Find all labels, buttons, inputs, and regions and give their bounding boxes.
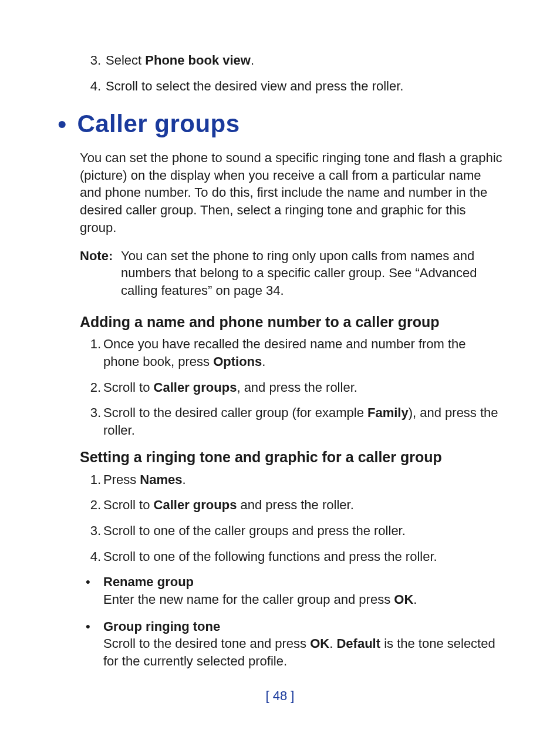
- note-body: You can set the phone to ring only upon …: [121, 247, 504, 300]
- bold-text: Family: [367, 405, 409, 420]
- document-page: 3. Select Phone book view. 4. Scroll to …: [0, 0, 560, 733]
- list-number: 1.: [80, 471, 101, 489]
- bold-text: Default: [336, 636, 380, 651]
- list-item: 3. Select Phone book view.: [103, 52, 504, 69]
- list-item: 4. Scroll to one of the following functi…: [103, 548, 504, 566]
- list-number: 3.: [80, 404, 101, 422]
- text: Scroll to: [103, 380, 154, 395]
- heading-text: Caller groups: [77, 107, 239, 141]
- bold-text: Caller groups: [154, 497, 237, 512]
- text: , and press the roller.: [237, 380, 357, 395]
- list-number: 3.: [80, 522, 101, 540]
- list-item: 2. Scroll to Caller groups, and press th…: [103, 379, 504, 396]
- list-item: 3. Scroll to the desired caller group (f…: [103, 404, 504, 439]
- top-ordered-list: 3. Select Phone book view. 4. Scroll to …: [56, 52, 504, 95]
- bold-text: Caller groups: [154, 380, 237, 395]
- bold-text: Names: [140, 472, 182, 487]
- list-item: Rename group Enter the new name for the …: [103, 573, 504, 608]
- text: Scroll to: [103, 497, 154, 512]
- intro-paragraph: You can set the phone to sound a specifi…: [80, 149, 504, 236]
- text: and press the roller.: [237, 497, 353, 512]
- bullet-list: Rename group Enter the new name for the …: [80, 573, 504, 670]
- text: Scroll to the desired caller group (for …: [103, 405, 367, 420]
- bold-text: OK: [394, 592, 413, 607]
- ordered-list: 1. Once you have recalled the desired na…: [80, 335, 504, 439]
- section-heading: • Caller groups: [56, 107, 504, 141]
- text: Press: [103, 472, 140, 487]
- bold-text: Phone book view: [145, 53, 251, 68]
- list-number: 2.: [80, 496, 101, 514]
- text: Enter the new name for the caller group …: [103, 592, 394, 607]
- list-number: 4.: [80, 78, 101, 95]
- text: Scroll to the desired tone and press: [103, 636, 310, 651]
- bullet-body: Scroll to the desired tone and press OK.…: [103, 635, 504, 670]
- ordered-list: 1. Press Names. 2. Scroll to Caller grou…: [80, 471, 504, 566]
- text: .: [329, 636, 336, 651]
- text: Scroll to select the desired view and pr…: [106, 79, 403, 93]
- list-number: 4.: [80, 548, 101, 566]
- subheading: Adding a name and phone number to a call…: [80, 312, 504, 332]
- bullet-icon: •: [58, 112, 66, 137]
- text: Scroll to one of the caller groups and p…: [103, 523, 406, 538]
- list-number: 2.: [80, 379, 101, 396]
- list-item: Group ringing tone Scroll to the desired…: [103, 618, 504, 670]
- list-item: 1. Once you have recalled the desired na…: [103, 335, 504, 370]
- note-block: Note: You can set the phone to ring only…: [80, 247, 504, 300]
- bullet-body: Enter the new name for the caller group …: [103, 591, 504, 608]
- list-item: 4. Scroll to select the desired view and…: [103, 78, 504, 95]
- list-number: 1.: [80, 335, 101, 353]
- bullet-title: Group ringing tone: [103, 618, 504, 636]
- text: .: [183, 472, 186, 487]
- text: Select: [106, 53, 145, 68]
- note-label: Note:: [80, 247, 121, 300]
- list-item: 3. Scroll to one of the caller groups an…: [103, 522, 504, 540]
- text: Scroll to one of the following functions…: [103, 549, 437, 564]
- text: Once you have recalled the desired name …: [103, 337, 466, 369]
- bullet-title: Rename group: [103, 573, 504, 591]
- subheading: Setting a ringing tone and graphic for a…: [80, 448, 504, 468]
- list-item: 2. Scroll to Caller groups and press the…: [103, 496, 504, 514]
- text: .: [251, 53, 254, 68]
- bold-text: Options: [213, 354, 262, 369]
- bold-text: OK: [310, 636, 329, 651]
- list-item: 1. Press Names.: [103, 471, 504, 489]
- text: .: [413, 592, 417, 607]
- text: .: [262, 354, 265, 369]
- list-number: 3.: [80, 52, 101, 69]
- page-number: [ 48 ]: [0, 687, 560, 705]
